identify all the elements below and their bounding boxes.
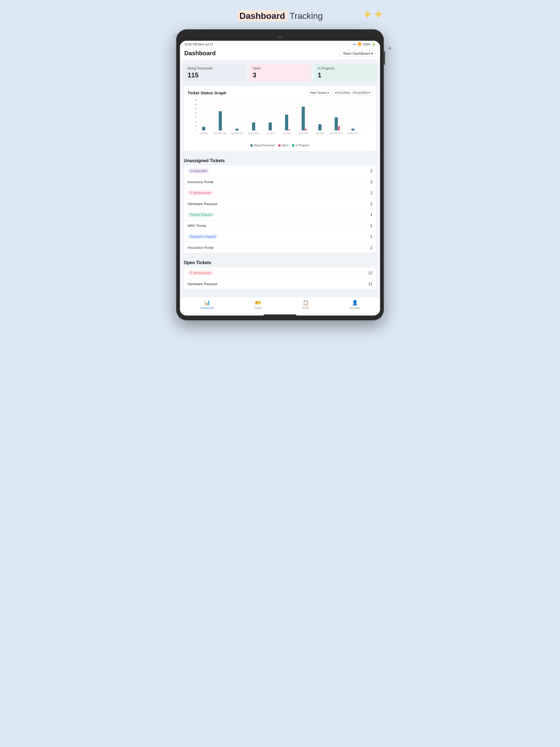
ticket-row[interactable]: Insurance Portal 3 — [184, 177, 376, 187]
ticket-count: 1 — [370, 234, 373, 239]
ticket-tag-it-open: IT Infrastructure — [187, 271, 213, 275]
svg-text:May 2023: May 2023 — [316, 132, 324, 134]
app-header-title: Dashboard — [184, 50, 216, 57]
svg-text:July 2023: July 2023 — [266, 132, 274, 134]
tablet-screen: 12:50 PM Wed Jul 12 ••• 📶 100% 🔋 Dashboa… — [180, 41, 380, 315]
ticket-row[interactable]: Hardware Request 2 — [184, 199, 376, 209]
legend-dot-in-progress — [292, 145, 294, 147]
tablet-dot2 — [283, 36, 284, 37]
tablet-camera — [279, 36, 281, 38]
ticket-row[interactable]: Feature Request 1 — [184, 209, 376, 221]
svg-rect-16 — [202, 127, 205, 130]
legend-open: Open — [278, 144, 288, 147]
dots-icon: ••• — [353, 43, 356, 46]
svg-text:January 2023: January 2023 — [248, 132, 259, 134]
being-processed-card: Being Processed 115 — [184, 64, 246, 82]
svg-rect-37 — [351, 129, 355, 130]
chart-header: Ticket Status Graph New Tickets ▾ 07/11/… — [187, 90, 373, 96]
tablet-frame: 12:50 PM Wed Jul 12 ••• 📶 100% 🔋 Dashboa… — [176, 29, 384, 320]
svg-text:15: 15 — [195, 116, 197, 119]
ticket-count: 1 — [370, 245, 373, 250]
being-processed-label: Being Processed — [187, 67, 242, 70]
unassigned-title: Unassigned Tickets — [184, 155, 376, 165]
chart-filter-type[interactable]: New Tickets ▾ — [308, 90, 331, 96]
legend-in-progress: In Progress — [292, 144, 309, 147]
open-title: Open Tickets — [184, 257, 376, 267]
ticket-count: 3 — [370, 180, 373, 184]
nav-ticket[interactable]: 🎫 Ticket — [254, 300, 261, 310]
ticket-name: Hardware Request — [187, 202, 217, 206]
nav-ticket-label: Ticket — [254, 307, 261, 310]
in-progress-value: 1 — [318, 71, 373, 79]
main-content: Being Processed 115 Open 3 In Progress 1 — [180, 60, 380, 297]
ticket-tag-unspecified: Un-Specified — [187, 169, 209, 173]
ticket-row[interactable]: Hardware Request 12 — [184, 279, 376, 289]
battery-icon: 🔋 — [372, 42, 376, 46]
unassigned-section: Unassigned Tickets Un-Specified 3 Insura… — [184, 155, 376, 253]
tablet-dot — [276, 36, 277, 37]
ticket-icon: 🎫 — [255, 300, 261, 306]
svg-text:November 2022: November 2022 — [330, 132, 343, 134]
ticket-name: Hardware Request — [187, 282, 217, 286]
wifi-icon: 📶 — [358, 42, 361, 46]
team-dropdown[interactable]: Team DashBoard ▾ — [340, 50, 376, 57]
svg-rect-30 — [305, 129, 307, 130]
in-progress-card: In Progress 1 — [314, 64, 376, 82]
legend-label-being-processed: Being Processed — [254, 144, 275, 147]
nav-dashboard[interactable]: 📊 Dashboard — [200, 300, 213, 310]
svg-text:5: 5 — [196, 125, 197, 127]
svg-text:June 2023: June 2023 — [282, 132, 291, 134]
svg-text:0: 0 — [196, 129, 197, 132]
dashboard-icon: 📊 — [204, 300, 210, 306]
svg-text:February 2023: February 2023 — [231, 132, 243, 134]
svg-rect-24 — [269, 123, 272, 130]
todo-icon: 📋 — [303, 300, 309, 306]
being-processed-value: 115 — [187, 71, 242, 79]
home-indicator — [263, 314, 297, 315]
page-title-normal: Tracking — [287, 11, 323, 21]
ticket-row[interactable]: IT Infrastructure 12 — [184, 267, 376, 279]
open-label: Open — [253, 67, 307, 70]
chart-controls: New Tickets ▾ 07/11/2022 - 07/11/2023 ▾ — [308, 90, 373, 96]
ticket-row[interactable]: MRC Portal 1 — [184, 221, 376, 231]
nav-dashboard-label: Dashboard — [200, 307, 213, 310]
ticket-row[interactable]: Application Support 1 — [184, 231, 376, 242]
tablet-top-bar — [180, 34, 380, 41]
ticket-tag-it: IT Infrastructure — [187, 190, 213, 195]
svg-text:April 2023: April 2023 — [200, 132, 208, 134]
page-title: Dashboard Tracking — [176, 11, 384, 21]
chart-svg: 35 30 25 20 15 10 5 0 April 2023 — [187, 98, 373, 137]
ticket-name: Insurance Portal — [187, 246, 213, 250]
nav-todo[interactable]: 📋 To Do — [302, 300, 309, 310]
chart-filter-date[interactable]: 07/11/2022 - 07/11/2023 ▾ — [333, 90, 373, 96]
svg-rect-35 — [338, 126, 339, 130]
ticket-name: MRC Portal — [187, 224, 206, 228]
svg-text:October 2022: October 2022 — [347, 132, 358, 134]
nav-account[interactable]: 👤 Account — [350, 300, 360, 310]
ticket-row[interactable]: Insurance Portal 1 — [184, 242, 376, 253]
ticket-row[interactable]: Un-Specified 3 — [184, 165, 376, 177]
svg-text:March 2023: March 2023 — [298, 132, 308, 134]
chart-section: Ticket Status Graph New Tickets ▾ 07/11/… — [184, 86, 376, 151]
ticket-count: 12 — [368, 271, 373, 275]
ticket-row[interactable]: IT Infrastructure 2 — [184, 187, 376, 199]
svg-rect-18 — [219, 111, 222, 130]
page-title-bold: Dashboard — [237, 10, 287, 21]
ticket-count: 12 — [368, 282, 373, 286]
svg-rect-27 — [288, 130, 290, 130]
in-progress-label: In Progress — [318, 67, 373, 70]
battery-label: 100% — [363, 43, 371, 46]
legend-dot-being-processed — [251, 145, 253, 147]
bar-chart: 35 30 25 20 15 10 5 0 April 2023 — [187, 98, 373, 142]
ticket-tag-feature: Feature Request — [187, 212, 214, 217]
plus-decoration: + — [388, 44, 392, 52]
legend-being-processed: Being Processed — [251, 144, 275, 147]
svg-text:35: 35 — [195, 99, 197, 101]
nav-account-label: Account — [350, 307, 360, 310]
open-card: Open 3 — [249, 64, 311, 82]
chart-legend: Being Processed Open In Progress — [187, 144, 373, 147]
status-right: ••• 📶 100% 🔋 — [353, 42, 376, 46]
legend-dot-open — [278, 145, 281, 147]
open-value: 3 — [253, 71, 307, 79]
svg-rect-26 — [285, 114, 288, 130]
